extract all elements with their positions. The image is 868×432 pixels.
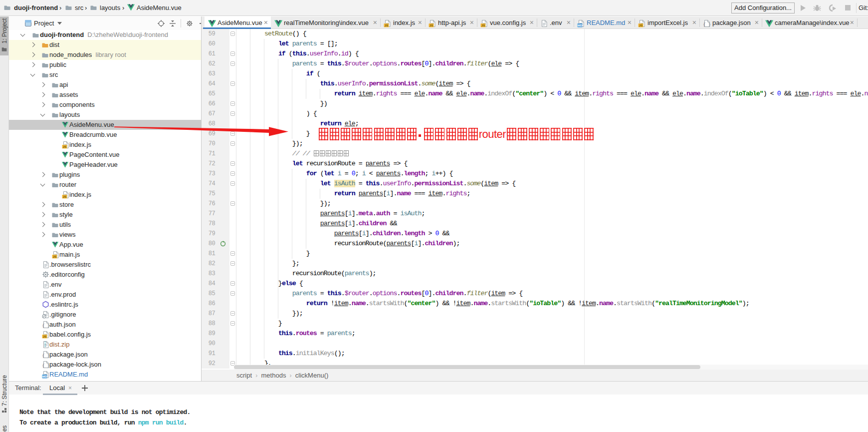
svg-text:MD: MD <box>42 375 47 378</box>
svg-text:{ }: { } <box>42 324 50 329</box>
svg-text:JS: JS <box>481 24 485 27</box>
svg-text:JS: JS <box>43 335 46 338</box>
svg-text:{ }: { } <box>703 22 711 27</box>
svg-text:JS: JS <box>63 145 66 148</box>
svg-text:{ }: { } <box>42 364 50 369</box>
svg-text:JS: JS <box>639 24 643 27</box>
svg-text:MD: MD <box>578 24 583 27</box>
svg-text:JS: JS <box>385 24 388 27</box>
svg-text:JS: JS <box>430 24 433 27</box>
svg-text:JS: JS <box>53 255 56 258</box>
svg-text:JS: JS <box>63 195 66 198</box>
svg-text:{ }: { } <box>42 354 50 359</box>
